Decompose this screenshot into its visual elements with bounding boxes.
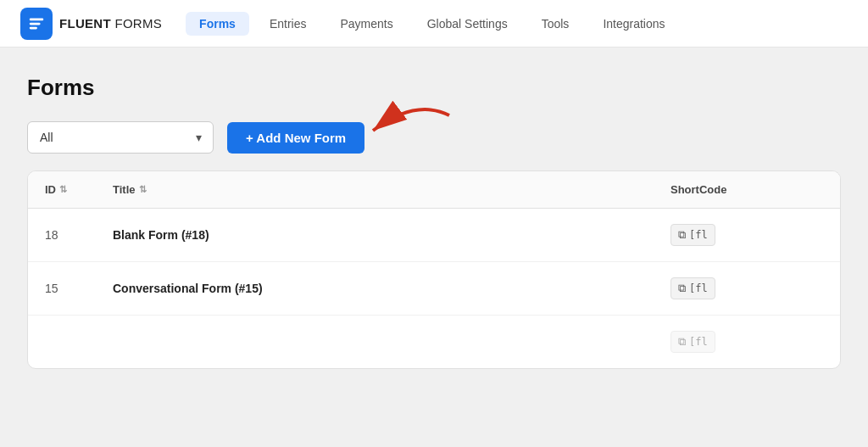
toolbar: All Published Drafts ▾ + Add New Form bbox=[27, 121, 841, 154]
page-title: Forms bbox=[27, 75, 841, 101]
svg-rect-1 bbox=[30, 22, 41, 25]
table-header: ID ⇅ Title ⇅ ShortCode bbox=[28, 171, 840, 209]
navbar: FLUENT FORMS Forms Entries Payments Glob… bbox=[0, 0, 868, 47]
shortcode-badge-18[interactable]: ⧉ [fl bbox=[670, 224, 715, 246]
annotation-arrow bbox=[364, 107, 458, 158]
logo-text: FLUENT FORMS bbox=[59, 16, 162, 31]
add-new-form-button[interactable]: + Add New Form bbox=[227, 122, 364, 154]
shortcode-badge-15[interactable]: ⧉ [fl bbox=[670, 277, 715, 299]
forms-table: ID ⇅ Title ⇅ ShortCode 18 Blank Form (#1… bbox=[27, 170, 841, 369]
logo-icon bbox=[20, 8, 53, 40]
page-wrapper: Forms All Published Drafts ▾ + Add New F… bbox=[0, 47, 868, 369]
col-header-title: Title ⇅ bbox=[113, 183, 670, 196]
row-id-15: 15 bbox=[45, 282, 113, 295]
logo: FLUENT FORMS bbox=[20, 8, 162, 40]
copy-icon: ⧉ bbox=[678, 228, 686, 242]
col-header-id: ID ⇅ bbox=[45, 183, 113, 196]
nav-item-forms[interactable]: Forms bbox=[186, 12, 249, 36]
row-title-18[interactable]: Blank Form (#18) bbox=[113, 228, 670, 242]
table-row: 15 Conversational Form (#15) ⧉ [fl bbox=[28, 262, 840, 316]
shortcode-badge-extra: ⧉ [fl bbox=[670, 331, 715, 353]
sort-icon-id[interactable]: ⇅ bbox=[59, 184, 67, 195]
nav-item-integrations[interactable]: Integrations bbox=[589, 12, 678, 36]
filter-select[interactable]: All Published Drafts bbox=[27, 121, 214, 154]
nav-item-entries[interactable]: Entries bbox=[256, 12, 320, 36]
col-header-shortcode: ShortCode bbox=[670, 183, 823, 196]
shortcode-cell-18: ⧉ [fl bbox=[670, 224, 823, 246]
svg-rect-2 bbox=[30, 26, 37, 29]
shortcode-cell-extra: ⧉ [fl bbox=[670, 331, 823, 353]
nav-item-global-settings[interactable]: Global Settings bbox=[414, 12, 521, 36]
shortcode-cell-15: ⧉ [fl bbox=[670, 277, 823, 299]
nav-item-tools[interactable]: Tools bbox=[528, 12, 583, 36]
copy-icon: ⧉ bbox=[678, 335, 686, 349]
table-row: ⧉ [fl bbox=[28, 316, 840, 368]
svg-rect-0 bbox=[30, 18, 44, 20]
filter-select-wrap: All Published Drafts ▾ bbox=[27, 121, 214, 154]
nav-item-payments[interactable]: Payments bbox=[326, 12, 406, 36]
copy-icon: ⧉ bbox=[678, 282, 686, 295]
row-title-15[interactable]: Conversational Form (#15) bbox=[113, 282, 670, 295]
add-btn-wrap: + Add New Form bbox=[227, 122, 364, 154]
sort-icon-title[interactable]: ⇅ bbox=[139, 184, 147, 195]
row-id-18: 18 bbox=[45, 228, 113, 242]
table-row: 18 Blank Form (#18) ⧉ [fl bbox=[28, 209, 840, 262]
